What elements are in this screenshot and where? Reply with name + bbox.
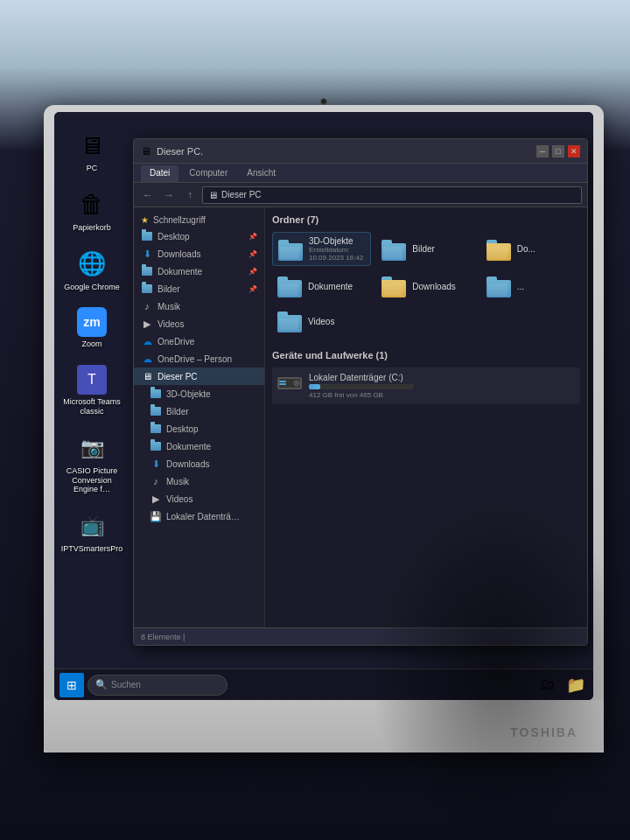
folder-item-dokumente[interactable]: Dokumente: [272, 271, 371, 301]
pin-icon-2: 📌: [248, 250, 257, 258]
folder-misc-name: ...: [517, 282, 575, 291]
desktop-icon-pc[interactable]: 🖥 PC: [61, 130, 122, 173]
sidebar-item-bilder-2[interactable]: Bilder: [134, 402, 264, 420]
sidebar-videos-label: Videos: [158, 319, 184, 329]
folder-icon-2: [141, 265, 153, 277]
folder-item-do[interactable]: Do...: [481, 232, 580, 266]
address-path[interactable]: 🖥 Dieser PC: [202, 186, 582, 204]
forward-button[interactable]: →: [160, 186, 178, 204]
taskbar-folder-icon[interactable]: 📁: [564, 673, 588, 697]
sidebar-item-downloads-2[interactable]: ⬇ Downloads: [134, 455, 264, 472]
desktop-icons-container: 🖥 PC 🗑 Papierkorb 🌐 Google Chrome zm Zoo…: [61, 130, 122, 554]
sidebar-quick-access: ★ Schnellzugriff: [134, 213, 264, 228]
sidebar-item-desktop-1[interactable]: Desktop 📌: [134, 228, 264, 245]
pc-icon-label: PC: [87, 164, 98, 173]
sidebar-item-bilder-1[interactable]: Bilder 📌: [134, 280, 264, 298]
tab-datei[interactable]: Datei: [141, 165, 178, 182]
iptv-icon-label: IPTVSmartersPro: [61, 544, 123, 554]
star-icon: ★: [141, 215, 149, 225]
folder-item-bilder[interactable]: Bilder: [376, 232, 475, 266]
desktop-icon-zoom[interactable]: zm Zoom: [61, 307, 122, 349]
sidebar-item-musik-1[interactable]: ♪ Musik: [134, 298, 264, 315]
folder-icon-large-dokumente: [277, 275, 304, 298]
sidebar-item-dieser-pc[interactable]: 🖥 Dieser PC: [134, 368, 264, 385]
sidebar-item-onedrive-personal[interactable]: ☁ OneDrive – Person: [134, 350, 264, 368]
sidebar-item-desktop-2[interactable]: Desktop: [134, 420, 264, 438]
up-button[interactable]: ↑: [181, 186, 199, 204]
search-bar[interactable]: 🔍 Suchen: [88, 675, 228, 696]
folder-icon-4: [150, 388, 162, 400]
pc-icon-sidebar: 🖥: [141, 370, 153, 382]
minimize-button[interactable]: ─: [536, 145, 549, 158]
cloud-icon: ☁: [141, 335, 153, 347]
desktop-icon-casio[interactable]: 📷 CASIO Picture Conversion Engine f…: [61, 432, 122, 494]
laptop-bottom: TOSHIBA: [44, 700, 604, 752]
download-icon: ⬇: [141, 248, 153, 260]
title-bar: 🖥 Dieser PC. ─ □ ✕: [134, 139, 587, 164]
title-bar-text: Dieser PC.: [157, 146, 536, 157]
tab-ansicht[interactable]: Ansicht: [238, 165, 284, 182]
sidebar-item-dokumente-2[interactable]: Dokumente: [134, 438, 264, 455]
video-icon-2: ▶: [150, 493, 162, 505]
casio-icon: 📷: [76, 432, 108, 464]
folder-icon-6: [150, 423, 162, 435]
search-icon: 🔍: [95, 679, 108, 690]
folder-item-videos[interactable]: Videos: [272, 306, 371, 336]
back-button[interactable]: ←: [139, 186, 157, 204]
folder-misc-info: ...: [517, 282, 575, 291]
sidebar-item-lokaler[interactable]: 💾 Lokaler Datenträ…: [134, 508, 264, 525]
start-button[interactable]: ⊞: [60, 673, 84, 697]
folder-3d-name: 3D-Objekte: [309, 236, 365, 246]
search-placeholder: Suchen: [111, 680, 141, 690]
sidebar-item-3d[interactable]: 3D-Objekte: [134, 385, 264, 402]
drives-section-title: Geräte und Laufwerke (1): [272, 350, 580, 360]
folder-grid: 3D-Objekte Erstelldatum: 10.09.2023 16:4…: [272, 232, 580, 336]
sidebar-onedrive-label: OneDrive: [158, 337, 194, 346]
desktop-icon-iptv[interactable]: 📺 IPTVSmartersPro: [61, 510, 122, 554]
folder-icon-large-videos: [277, 310, 304, 332]
folders-section-title: Ordner (7): [272, 214, 580, 225]
sidebar-downloads-label: Downloads: [158, 249, 200, 259]
sidebar-item-downloads-1[interactable]: ⬇ Downloads 📌: [134, 245, 264, 262]
drives-section: Geräte und Laufwerke (1): [272, 350, 580, 404]
pin-icon: 📌: [248, 233, 257, 241]
webcam: [320, 98, 327, 105]
desktop-icon-teams[interactable]: T Microsoft Teams classic: [61, 365, 122, 416]
explorer-window: 🖥 Dieser PC. ─ □ ✕ Datei Computer Ansich…: [133, 138, 588, 646]
tab-computer[interactable]: Computer: [180, 165, 236, 182]
sidebar-item-musik-2[interactable]: ♪ Musik: [134, 472, 264, 490]
sidebar-item-onedrive[interactable]: ☁ OneDrive: [134, 332, 264, 350]
desktop-icon-chrome[interactable]: 🌐 Google Chrome: [61, 248, 122, 292]
sidebar-bilder-label: Bilder: [158, 284, 180, 294]
drive-c-info: Lokaler Datenträger (C:) 412 GB frei von…: [309, 373, 575, 399]
folder-item-misc[interactable]: ...: [481, 271, 580, 301]
folder-item-downloads[interactable]: Downloads: [376, 271, 475, 301]
folder-3d-info: 3D-Objekte Erstelldatum: 10.09.2023 16:4…: [309, 236, 365, 262]
toshiba-brand: TOSHIBA: [510, 725, 578, 739]
sidebar-item-dokumente-1[interactable]: Dokumente 📌: [134, 262, 264, 280]
sidebar-item-videos-2[interactable]: ▶ Videos: [134, 490, 264, 508]
ribbon-tabs: Datei Computer Ansicht: [134, 164, 587, 182]
folder-bilder-info: Bilder: [412, 244, 470, 254]
casio-icon-label: CASIO Picture Conversion Engine f…: [61, 466, 122, 494]
sidebar-desktop-2-label: Desktop: [166, 424, 199, 434]
sidebar: ★ Schnellzugriff Desktop 📌 ⬇ Downloads 📌: [134, 207, 265, 627]
teams-icon: T: [77, 365, 107, 395]
taskbar-icons: 🗂 📁: [536, 673, 588, 697]
zoom-icon: zm: [77, 307, 107, 337]
desktop: 🖥 PC 🗑 Papierkorb 🌐 Google Chrome zm Zoo…: [54, 112, 593, 700]
download-icon-2: ⬇: [150, 458, 162, 470]
maximize-button[interactable]: □: [552, 145, 564, 158]
taskbar-explorer-icon[interactable]: 🗂: [536, 673, 560, 697]
music-icon: ♪: [141, 300, 153, 312]
drive-item-c[interactable]: Lokaler Datenträger (C:) 412 GB frei von…: [272, 368, 580, 404]
sidebar-bilder-2-label: Bilder: [166, 407, 189, 416]
close-button[interactable]: ✕: [568, 145, 580, 158]
sidebar-item-videos-1[interactable]: ▶ Videos: [134, 315, 264, 332]
pin-icon-3: 📌: [248, 268, 257, 276]
desktop-icon-trash[interactable]: 🗑 Papierkorb: [61, 189, 122, 233]
folder-videos-name: Videos: [308, 317, 366, 326]
sidebar-videos-2-label: Videos: [166, 494, 192, 504]
sidebar-lokaler-label: Lokaler Datenträ…: [166, 512, 240, 522]
folder-item-3d[interactable]: 3D-Objekte Erstelldatum: 10.09.2023 16:4…: [272, 232, 371, 266]
